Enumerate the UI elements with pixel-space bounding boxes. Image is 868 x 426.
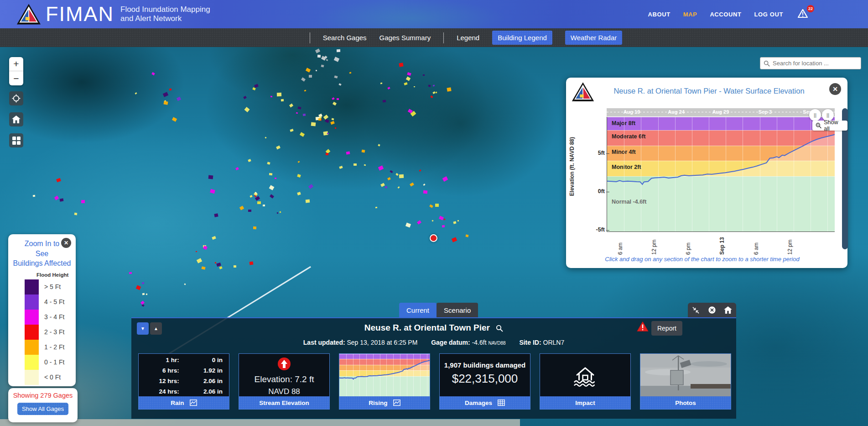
gage-detail-panel: ▼ ▲ Neuse R. at Oriental Town Pier Last … xyxy=(131,317,736,419)
home-icon xyxy=(12,116,21,123)
building-legend-panel: Zoom In to See Buildings Affected ✕ Floo… xyxy=(8,234,76,386)
nc-triangle-logo-icon xyxy=(572,81,594,102)
navigator-date: Aug 24 xyxy=(668,109,685,115)
zoom-out-magnifier-icon xyxy=(816,122,821,129)
chart-zoom-hint: Click and drag on any section of the cha… xyxy=(566,256,838,263)
legend-item: 4 - 5 Ft xyxy=(8,295,76,310)
damages-footer-button[interactable]: Damages xyxy=(440,396,530,409)
chart-navigator[interactable]: Aug 19 Aug 24 Aug 29 Sep 3 Sep 8 xyxy=(607,108,835,116)
rising-trend-card: Rising xyxy=(339,353,430,410)
y-axis-label: Elevation (ft. NAVD 88) xyxy=(569,137,575,196)
legend-subtitle: Flood Height xyxy=(36,272,76,278)
buildings-damaged-count: 1,907 buildings damaged xyxy=(440,361,530,369)
top-navigation: ABOUT MAP ACCOUNT LOG OUT 22 xyxy=(648,0,808,28)
app-header: FIMAN Flood Inundation Mapping and Alert… xyxy=(0,0,868,28)
x-tick: Sep 13 xyxy=(719,235,725,255)
gage-marker[interactable] xyxy=(430,234,437,242)
x-tick: 6 am xyxy=(753,235,759,255)
toolbar-gages-summary[interactable]: Gages Summary xyxy=(379,34,431,42)
alerts-button[interactable]: 22 xyxy=(798,9,808,20)
locate-icon xyxy=(12,94,21,103)
impact-card: Impact xyxy=(540,353,631,410)
toolbar-legend[interactable]: Legend xyxy=(457,34,479,42)
toolbar-divider xyxy=(443,32,444,43)
tab-scenario[interactable]: Scenario xyxy=(437,303,478,317)
y-tick: 5ft xyxy=(587,150,605,156)
nc-triangle-logo-icon xyxy=(16,3,41,26)
report-button[interactable]: Report xyxy=(651,321,682,336)
nav-logout[interactable]: LOG OUT xyxy=(754,11,783,18)
show-all-button[interactable]: Show all xyxy=(812,121,847,131)
home-panel-button[interactable] xyxy=(722,304,734,316)
table-grid-icon xyxy=(498,400,505,406)
damages-card: 1,907 buildings damaged $22,315,000 Dama… xyxy=(439,353,530,410)
toolbar-weather-radar[interactable]: Weather Radar xyxy=(565,31,622,45)
legend-item: < 0 Ft xyxy=(8,370,76,385)
close-circle-icon xyxy=(708,306,716,314)
detail-tabs: Current Scenario xyxy=(399,303,478,317)
elevation-series xyxy=(339,354,430,397)
y-tick: -5ft xyxy=(587,226,605,233)
fiman-logo: FIMAN Flood Inundation Mapping and Alert… xyxy=(16,2,210,26)
swatch-0-1ft xyxy=(25,355,39,370)
elevation-datum: NAVD 88 xyxy=(239,387,329,396)
last-updated-value: Sep 13, 2018 at 6:25 PM xyxy=(347,339,417,346)
legend-item: > 5 Ft xyxy=(8,279,76,295)
legend-item: 2 - 3 Ft xyxy=(8,325,76,340)
x-tick: 6 am xyxy=(617,235,624,255)
navigator-date: Sep 3 xyxy=(759,109,772,115)
toolbar-divider xyxy=(310,32,310,43)
search-icon[interactable] xyxy=(496,325,503,332)
toolbar-building-legend[interactable]: Building Legend xyxy=(492,31,552,45)
close-icon[interactable]: ✕ xyxy=(829,83,841,95)
line-chart-icon xyxy=(393,400,400,406)
nav-account[interactable]: ACCOUNT xyxy=(710,11,741,18)
zoom-in-button[interactable]: + xyxy=(9,57,23,71)
site-id-value: ORLN7 xyxy=(543,339,565,346)
y-tick: 0ft xyxy=(587,188,605,195)
alert-count-badge: 22 xyxy=(807,5,814,12)
photos-footer-button[interactable]: Photos xyxy=(640,396,731,409)
home-icon xyxy=(724,306,732,314)
location-search xyxy=(760,57,861,69)
mini-elevation-chart xyxy=(339,354,430,397)
gage-datum-value: -4.6ft xyxy=(472,339,487,346)
nav-about[interactable]: ABOUT xyxy=(648,11,670,18)
nav-map[interactable]: MAP xyxy=(683,11,697,18)
x-tick: 12 pm xyxy=(787,235,793,255)
swatch-2-3ft xyxy=(25,325,39,340)
gage-warning-button[interactable] xyxy=(637,321,649,334)
search-input[interactable] xyxy=(773,60,858,67)
impact-footer-button[interactable]: Impact xyxy=(540,396,630,409)
rain-card: 1 hr:0 in 6 hrs:1.92 in 12 hrs:2.06 in 2… xyxy=(138,353,229,410)
basemap-grid-icon xyxy=(12,137,21,145)
zoom-out-button[interactable]: − xyxy=(9,71,23,85)
gage-chart-popup: Neuse R. at Oriental Town Pier - Water S… xyxy=(566,78,847,268)
toolbar-search-gages[interactable]: Search Gages xyxy=(323,34,367,42)
locate-button[interactable] xyxy=(9,91,23,105)
navigator-handle[interactable]: || xyxy=(809,109,821,121)
navigator-date: Aug 29 xyxy=(712,109,729,115)
rain-values: 1 hr:0 in 6 hrs:1.92 in 12 hrs:2.06 in 2… xyxy=(139,354,229,396)
rain-footer-button[interactable]: Rain xyxy=(139,396,229,409)
zoom-control: + − xyxy=(9,57,23,85)
swatch-lt0ft xyxy=(25,370,39,385)
search-icon xyxy=(764,60,770,67)
rising-footer-button[interactable]: Rising xyxy=(339,396,430,409)
elevation-chart-plot[interactable]: Major 8ftModerate 6ftMinor 4ftMonitor 2f… xyxy=(607,117,835,232)
basemap-button[interactable] xyxy=(9,133,23,147)
tab-current[interactable]: Current xyxy=(399,303,437,317)
collapse-panel-button[interactable] xyxy=(690,304,702,316)
swatch-1-2ft xyxy=(25,340,39,355)
warning-triangle-icon xyxy=(637,321,649,332)
map-toolbar: Search Gages Gages Summary Legend Buildi… xyxy=(0,28,868,47)
stream-elevation-footer-button[interactable]: Stream Elevation xyxy=(239,396,329,409)
home-extent-button[interactable] xyxy=(9,112,23,126)
close-icon[interactable]: ✕ xyxy=(61,238,71,248)
close-panel-button[interactable] xyxy=(706,304,718,316)
gage-meta: Last updated: Sep 13, 2018 at 6:25 PM Ga… xyxy=(131,339,736,346)
elevation-value: Elevation: 7.2 ft xyxy=(239,374,329,384)
show-all-gages-button[interactable]: Show All Gages xyxy=(17,403,68,415)
warning-triangle-icon xyxy=(798,9,808,18)
damages-dollar-value: $22,315,000 xyxy=(440,372,530,386)
